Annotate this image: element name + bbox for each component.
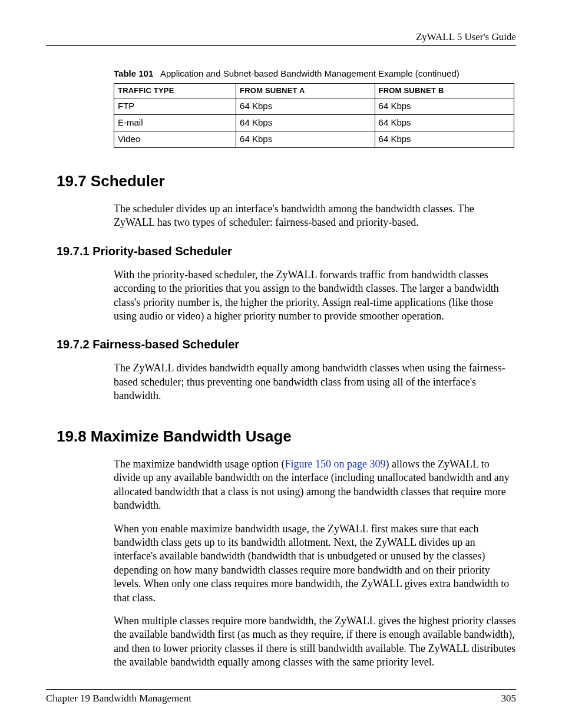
table-caption-label: Table 101 (114, 68, 153, 78)
footer-chapter: Chapter 19 Bandwidth Management (46, 692, 191, 704)
paragraph: When multiple classes require more bandw… (114, 614, 516, 670)
paragraph: The maximize bandwidth usage option (Fig… (114, 457, 516, 513)
table-row: FTP 64 Kbps 64 Kbps (114, 98, 514, 115)
bandwidth-table: TRAFFIC TYPE FROM SUBNET A FROM SUBNET B… (114, 83, 514, 148)
cell-traffic-type: FTP (114, 98, 236, 115)
col-traffic-type: TRAFFIC TYPE (114, 84, 236, 98)
table-row: E-mail 64 Kbps 64 Kbps (114, 115, 514, 131)
cell-traffic-type: E-mail (114, 115, 236, 131)
cell-subnet-a: 64 Kbps (236, 131, 375, 147)
footer-rule (46, 689, 516, 690)
paragraph: The scheduler divides up an interface's … (114, 202, 516, 230)
footer-page-number: 305 (501, 692, 517, 704)
cell-subnet-a: 64 Kbps (236, 98, 375, 115)
cell-subnet-b: 64 Kbps (375, 131, 514, 147)
paragraph: When you enable maximize bandwidth usage… (114, 522, 516, 605)
table-caption-text: Application and Subnet-based Bandwidth M… (160, 68, 459, 78)
page: ZyWALL 5 User's Guide Table 101 Applicat… (0, 0, 562, 728)
heading-19-7-2: 19.7.2 Fairness-based Scheduler (57, 337, 516, 352)
cell-subnet-a: 64 Kbps (236, 115, 375, 131)
heading-19-8: 19.8 Maximize Bandwidth Usage (57, 427, 516, 446)
col-from-subnet-b: FROM SUBNET B (375, 84, 514, 98)
heading-19-7-1: 19.7.1 Priority-based Scheduler (57, 244, 516, 259)
footer: Chapter 19 Bandwidth Management 305 (46, 688, 516, 704)
header-guide-title: ZyWALL 5 User's Guide (46, 31, 516, 43)
table-header-row: TRAFFIC TYPE FROM SUBNET A FROM SUBNET B (114, 84, 514, 98)
text-fragment: The maximize bandwidth usage option ( (114, 458, 285, 470)
col-from-subnet-a: FROM SUBNET A (236, 84, 375, 98)
paragraph: The ZyWALL divides bandwidth equally amo… (114, 361, 516, 403)
cell-traffic-type: Video (114, 131, 236, 147)
xref-figure-150[interactable]: Figure 150 on page 309 (285, 458, 385, 470)
table-caption: Table 101 Application and Subnet-based B… (114, 68, 516, 80)
table-row: Video 64 Kbps 64 Kbps (114, 131, 514, 147)
header-rule (46, 45, 516, 46)
paragraph: With the priority-based scheduler, the Z… (114, 268, 516, 324)
cell-subnet-b: 64 Kbps (375, 115, 514, 131)
heading-19-7: 19.7 Scheduler (57, 172, 516, 191)
cell-subnet-b: 64 Kbps (375, 98, 514, 115)
